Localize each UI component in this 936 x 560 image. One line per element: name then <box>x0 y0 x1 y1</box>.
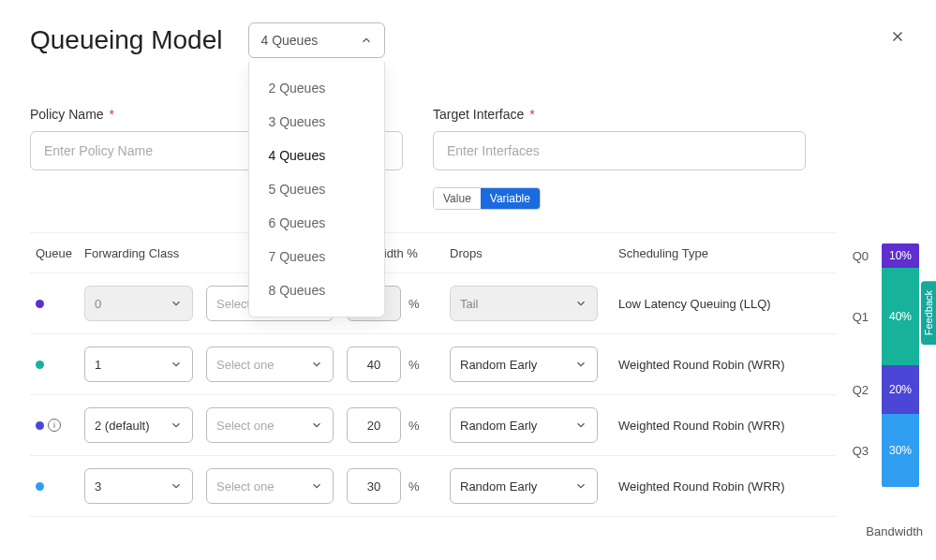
queue-color-dot <box>36 361 44 369</box>
table-header: Queue Forwarding Class Bandwidth % Drops… <box>30 232 836 273</box>
col-drops: Drops <box>450 246 618 260</box>
queue-color-dot <box>36 421 44 430</box>
chart-category-label: Q2 <box>853 365 872 414</box>
info-icon[interactable]: i <box>48 419 61 432</box>
percent-label: % <box>409 297 420 311</box>
queue-option[interactable]: 8 Queues <box>249 273 384 307</box>
bandwidth-input[interactable]: 20 <box>347 407 401 443</box>
chart-segment: 40% <box>882 268 919 365</box>
drops-select[interactable]: Random Early <box>450 407 598 443</box>
close-icon <box>889 28 906 45</box>
table-row: 0Select one%TailLow Latency Queuing (LLQ… <box>30 273 836 334</box>
forwarding-class-select[interactable]: Select one <box>206 468 334 504</box>
forwarding-class-select[interactable]: Select one <box>206 346 334 382</box>
table-row: 1Select one40%Random EarlyWeighted Round… <box>30 334 836 395</box>
forwarding-class-select[interactable]: Select one <box>206 407 334 443</box>
table-row: i2 (default)Select one20%Random EarlyWei… <box>30 395 836 456</box>
col-queue: Queue <box>36 246 84 260</box>
col-sched: Scheduling Type <box>618 246 830 260</box>
chevron-up-icon <box>360 34 373 47</box>
queue-select: 0 <box>84 286 193 321</box>
percent-label: % <box>409 419 420 433</box>
chart-category-label: Q0 <box>853 243 872 268</box>
chart-segment: 30% <box>882 414 919 487</box>
bandwidth-chart: Q0Q1Q2Q3 10%40%20%30% <box>853 243 919 487</box>
drops-select: Tail <box>450 286 598 321</box>
queue-option[interactable]: 4 Queues <box>249 139 384 172</box>
chart-category-label: Q1 <box>853 268 872 365</box>
queue-color-dot <box>36 482 44 491</box>
toggle-variable[interactable]: Variable <box>481 188 540 209</box>
bandwidth-input[interactable]: 40 <box>347 346 401 382</box>
drops-select[interactable]: Random Early <box>450 468 598 504</box>
table-row: 3Select one30%Random EarlyWeighted Round… <box>30 456 836 517</box>
bandwidth-input[interactable]: 30 <box>347 468 401 504</box>
scheduling-type: Weighted Round Robin (WRR) <box>618 358 830 372</box>
chart-category-label: Q3 <box>853 414 872 487</box>
percent-label: % <box>409 479 420 494</box>
chart-segment: 10% <box>882 243 919 268</box>
target-interface-input[interactable] <box>433 131 806 170</box>
queue-option[interactable]: 7 Queues <box>249 240 384 273</box>
value-variable-toggle[interactable]: Value Variable <box>433 187 541 210</box>
drops-select[interactable]: Random Early <box>450 346 598 382</box>
col-fclass: Forwarding Class <box>84 246 206 260</box>
queue-option[interactable]: 3 Queues <box>249 105 384 139</box>
feedback-tab[interactable]: Feedback <box>921 281 936 345</box>
target-interface-label: Target Interface * <box>433 107 806 122</box>
queue-count-dropdown[interactable]: 4 Queues 2 Queues3 Queues4 Queues5 Queue… <box>248 22 385 58</box>
queue-option[interactable]: 6 Queues <box>249 206 384 240</box>
scheduling-type: Low Latency Queuing (LLQ) <box>618 297 830 311</box>
queue-option[interactable]: 2 Queues <box>249 71 384 105</box>
queue-select[interactable]: 2 (default) <box>84 407 193 443</box>
percent-label: % <box>409 358 420 372</box>
bandwidth-chart-label: Bandwidth <box>866 524 923 538</box>
queue-select[interactable]: 3 <box>84 468 193 504</box>
queue-select[interactable]: 1 <box>84 346 193 382</box>
close-button[interactable] <box>889 28 906 49</box>
chart-segment: 20% <box>882 365 919 414</box>
scheduling-type: Weighted Round Robin (WRR) <box>618 419 830 433</box>
toggle-value[interactable]: Value <box>434 188 481 209</box>
scheduling-type: Weighted Round Robin (WRR) <box>618 479 830 494</box>
queue-color-dot <box>36 300 44 308</box>
queue-count-label: 4 Queues <box>260 33 318 48</box>
queue-count-menu: 2 Queues3 Queues4 Queues5 Queues6 Queues… <box>248 62 385 317</box>
queue-option[interactable]: 5 Queues <box>249 172 384 206</box>
page-title: Queueing Model <box>30 25 222 55</box>
